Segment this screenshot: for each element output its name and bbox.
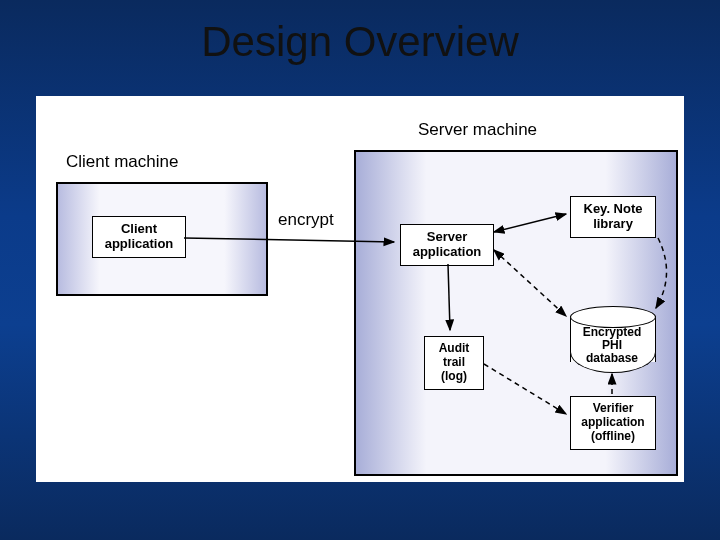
svg-line-3 [494, 250, 566, 316]
arrow-keynote-to-db-curve [650, 236, 680, 312]
slide-background: Design Overview Client machine Server ma… [0, 0, 720, 540]
audit-box: Audit trail (log) [424, 336, 484, 390]
svg-line-1 [494, 214, 566, 232]
verifier-box: Verifier application (offline) [570, 396, 656, 450]
arrow-server-keynote [492, 206, 570, 236]
arrow-client-to-server [184, 230, 400, 250]
arrow-verifier-to-db [602, 372, 622, 396]
encrypt-label: encrypt [278, 210, 334, 230]
arrow-server-to-audit [440, 264, 460, 336]
client-app-box: Client application [92, 216, 186, 258]
client-machine-label: Client machine [66, 152, 178, 172]
server-app-box: Server application [400, 224, 494, 266]
server-machine-label: Server machine [418, 120, 537, 140]
slide-title: Design Overview [0, 18, 720, 66]
svg-line-0 [184, 238, 394, 242]
arrow-server-db-dashed [492, 244, 572, 324]
svg-line-2 [448, 264, 450, 330]
arrow-audit-to-verifier [482, 360, 572, 420]
svg-line-4 [484, 364, 566, 414]
database-cylinder: Encrypted PHI database [570, 306, 654, 372]
keynote-box: Key. Note library [570, 196, 656, 238]
database-label: Encrypted PHI database [570, 326, 654, 366]
